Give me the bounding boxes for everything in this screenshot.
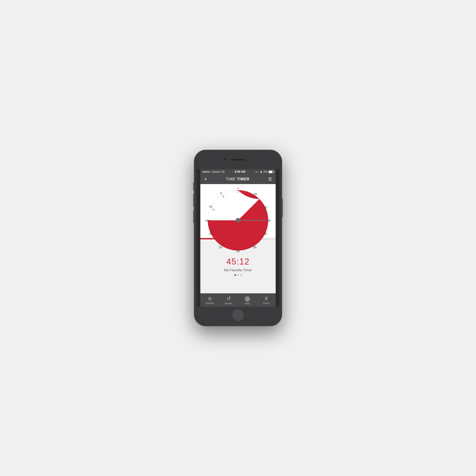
wifi-icon: ◉ — [260, 170, 262, 173]
label-5: 5 — [220, 191, 222, 195]
pause-label: Pause — [263, 302, 269, 304]
front-camera — [224, 158, 226, 160]
time-remaining: 45:12 — [226, 257, 250, 267]
signal-dot-2 — [204, 171, 205, 172]
timer-name: My Favorite Timer — [224, 268, 252, 272]
volume-up-button — [193, 194, 194, 207]
volume-down-button — [193, 210, 194, 223]
label-55: 55 — [254, 192, 257, 196]
settings-icon: ⚙ — [208, 296, 212, 302]
signal-dot-4 — [207, 171, 209, 172]
location-icon: ↑ — [258, 170, 259, 173]
status-right: ∗ ↑ ◉ 75% — [255, 170, 273, 173]
battery-icon — [269, 170, 273, 173]
screen: Carrier LTE 8:08 AM ∗ ↑ ◉ 75% + — [200, 169, 276, 307]
label-45: 45 — [268, 219, 271, 222]
add-button[interactable]: + — [204, 176, 207, 182]
clock-time: 8:08 AM — [235, 170, 245, 173]
label-15: 15 — [205, 219, 208, 222]
label-25: 25 — [219, 245, 222, 249]
menu-button[interactable]: ☰ — [268, 177, 272, 182]
stop-label: Stop — [245, 302, 250, 305]
label-10: 10 — [209, 205, 212, 208]
label-20: 20 — [209, 232, 212, 236]
restart-label: Restart — [225, 302, 232, 305]
tab-bar: ⚙ Settings ↺ Restart ⬤ Stop ⏸ Pause — [200, 293, 276, 307]
page-dot-2[interactable] — [237, 274, 239, 276]
battery-percent: 75% — [263, 170, 268, 173]
label-0: 0 — [237, 188, 239, 190]
title-part2: TIMER — [237, 177, 250, 181]
title-part1: TIME — [226, 177, 237, 181]
settings-label: Settings — [205, 302, 214, 305]
app-title: TIME TIMER — [226, 177, 249, 181]
bezel-top — [197, 153, 279, 169]
earpiece-speaker — [231, 159, 245, 160]
signal-dot-5 — [209, 171, 210, 172]
status-bar: Carrier LTE 8:08 AM ∗ ↑ ◉ 75% — [200, 169, 276, 174]
phone-inner: Carrier LTE 8:08 AM ∗ ↑ ◉ 75% + — [197, 153, 279, 323]
signal-dot-3 — [206, 171, 207, 172]
status-left: Carrier LTE — [203, 170, 225, 173]
label-50: 50 — [264, 205, 267, 209]
pause-icon: ⏸ — [264, 296, 269, 301]
carrier-name: Carrier LTE — [212, 170, 225, 173]
bezel-bottom — [197, 307, 279, 323]
mute-button — [193, 182, 194, 191]
page-dot-1[interactable] — [234, 274, 236, 276]
label-30: 30 — [236, 249, 240, 253]
signal-dot-1 — [203, 171, 204, 172]
label-40: 40 — [264, 232, 267, 236]
tab-stop[interactable]: ⬤ Stop — [238, 293, 257, 307]
tab-restart[interactable]: ↺ Restart — [219, 293, 238, 307]
power-button — [282, 199, 283, 217]
label-35: 35 — [253, 245, 256, 249]
page-dot-3[interactable] — [240, 274, 242, 276]
tab-pause[interactable]: ⏸ Pause — [257, 293, 276, 307]
bluetooth-icon: ∗ — [255, 170, 257, 173]
nav-bar: + TIME TIMER ☰ — [200, 174, 276, 184]
signal-strength — [203, 171, 210, 172]
stop-icon: ⬤ — [244, 296, 250, 302]
clock-face[interactable]: 0 5 10 15 20 25 30 35 40 45 50 55 — [205, 188, 271, 253]
page-indicator — [234, 274, 242, 276]
restart-icon: ↺ — [227, 296, 231, 302]
home-button[interactable] — [232, 310, 244, 321]
clock-svg: 0 5 10 15 20 25 30 35 40 45 50 55 — [205, 188, 271, 253]
phone-frame: Carrier LTE 8:08 AM ∗ ↑ ◉ 75% + — [194, 150, 282, 326]
timer-area: 0 5 10 15 20 25 30 35 40 45 50 55 — [200, 184, 276, 238]
tab-settings[interactable]: ⚙ Settings — [200, 293, 219, 307]
